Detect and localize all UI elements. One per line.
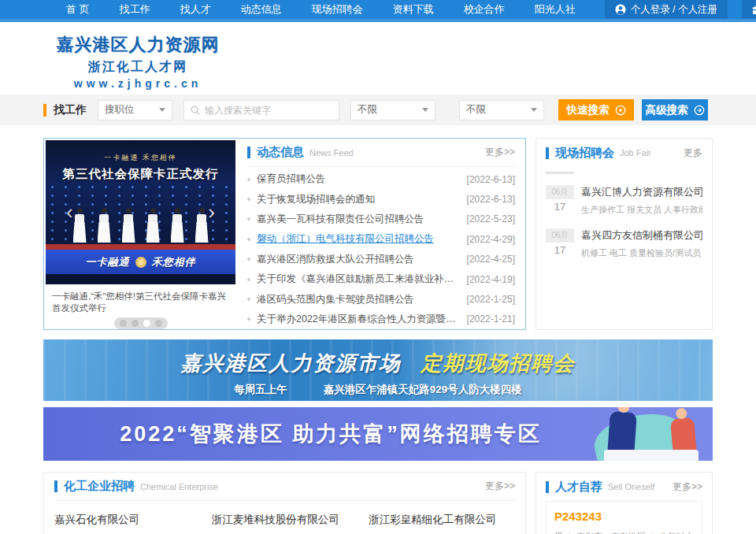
nav-job-fair[interactable]: 现场招聘会 bbox=[297, 2, 378, 17]
online-recruitment-banner[interactable]: 2022“智聚港区 助力共富”网络招聘专区 bbox=[43, 407, 713, 461]
filter-1-value: 不限 bbox=[358, 103, 377, 117]
carousel-dots bbox=[114, 317, 168, 329]
arrow-right-circle-icon bbox=[694, 105, 705, 116]
job-category-select[interactable]: 搜职位 bbox=[98, 100, 172, 121]
slide-tagline: 一卡融通 禾您相伴 bbox=[46, 140, 235, 163]
section-accent-bar bbox=[247, 146, 250, 158]
divider bbox=[546, 172, 574, 174]
banner2-illustration bbox=[576, 407, 702, 461]
quick-search-button[interactable]: 快速搜索 bbox=[558, 99, 634, 121]
news-item[interactable]: 嘉兴港区消防救援大队公开招聘公告[2022-4-25] bbox=[247, 250, 515, 269]
filter-2-value: 不限 bbox=[466, 103, 486, 117]
target-circle-icon bbox=[615, 105, 626, 116]
talent-more-link[interactable]: 更多>> bbox=[673, 480, 702, 494]
chemical-title: 化工企业招聘 bbox=[64, 479, 135, 494]
site-url: www.zjhgrc.cn bbox=[43, 77, 232, 90]
news-section: 一卡融通 禾您相伴 第三代社会保障卡正式发行 一卡融通 禾您 bbox=[43, 138, 526, 330]
filter-select-1[interactable]: 不限 bbox=[350, 100, 435, 121]
news-item-date: [2022-4-29] bbox=[467, 234, 515, 245]
banner1-subtitle: 每周五上午嘉兴港区乍浦镇天妃路929号人防大楼四楼 bbox=[43, 383, 713, 397]
news-more-link[interactable]: 更多>> bbox=[485, 146, 515, 159]
bullet-icon bbox=[247, 278, 250, 281]
banner-script-right: 禾您相伴 bbox=[152, 255, 196, 269]
carousel-prev-button[interactable]: ‹ bbox=[66, 202, 73, 222]
nav-news[interactable]: 动态信息 bbox=[226, 2, 297, 17]
date-day: 17 bbox=[546, 243, 574, 256]
job-fair-more-link[interactable]: 更多 bbox=[684, 146, 702, 160]
news-item[interactable]: 保育员招聘公告[2022-6-13] bbox=[247, 169, 515, 189]
talent-id: P243243 bbox=[554, 510, 694, 523]
nav-downloads[interactable]: 资料下载 bbox=[378, 2, 449, 17]
carousel-dot-active[interactable] bbox=[143, 320, 150, 327]
carousel-dot[interactable] bbox=[132, 320, 139, 327]
filter-select-2[interactable]: 不限 bbox=[459, 100, 544, 121]
job-fair-jobs: 生产操作工 报关文员 人事行政助理... bbox=[581, 204, 702, 216]
site-logo[interactable]: 嘉兴港区人力资源网 浙江化工人才网 www.zjhgrc.cn bbox=[43, 33, 232, 90]
talent-item[interactable]: P243243 男 ｜ 嘉兴市→嘉兴港区 ｜ 八年以上 bbox=[546, 501, 702, 534]
chemical-more-link[interactable]: 更多>> bbox=[485, 480, 515, 493]
company-item[interactable]: 浙江彩皇精细化工有限公司 普工（制造科） 营业担当 bbox=[369, 513, 515, 534]
news-feed-title: 动态信息 bbox=[257, 145, 304, 160]
bullet-icon bbox=[247, 178, 250, 181]
search-input[interactable] bbox=[205, 105, 332, 116]
carousel-dot[interactable] bbox=[155, 320, 162, 327]
nav-school-cooperation[interactable]: 校企合作 bbox=[449, 2, 520, 17]
news-item[interactable]: 关于印发《嘉兴港区鼓励新员工来港就业补助操作...[2022-4-19] bbox=[247, 269, 515, 289]
quick-search-label: 快速搜索 bbox=[567, 103, 610, 117]
date-month: 06月 bbox=[546, 228, 574, 243]
job-fair-info: 嘉兴汇博人力资源有限公司 生产操作工 报关文员 人事行政助理... bbox=[581, 185, 702, 216]
search-bar: 找工作 搜职位 不限 不限 快速搜索 bbox=[0, 95, 756, 125]
company-item[interactable]: 嘉兴石化有限公司 工艺员 设备管理 警卫（残疾工） bbox=[54, 513, 201, 534]
carousel-next-button[interactable]: › bbox=[208, 202, 215, 222]
news-list: 保育员招聘公告[2022-6-13] 关于恢复现场招聘会的通知[2022-6-1… bbox=[247, 167, 515, 329]
job-market-banner[interactable]: 嘉兴港区人力资源市场 定期现场招聘会 每周五上午嘉兴港区乍浦镇天妃路929号人防… bbox=[43, 339, 713, 401]
news-item[interactable]: 港区码头范围内集卡驾驶员招聘公告[2022-1-25] bbox=[247, 289, 515, 309]
talent-detail: 男 ｜ 嘉兴市→嘉兴港区 ｜ 八年以上 bbox=[554, 531, 694, 534]
news-item[interactable]: 嘉兴美一瓦科技有限责任公司招聘公告[2022-5-23] bbox=[247, 210, 515, 229]
carousel-caption[interactable]: 一卡融通,“禾”您相伴!第三代社会保障卡嘉兴首发仪式举行 bbox=[44, 286, 237, 314]
news-item[interactable]: 关于恢复现场招聘会的通知[2022-6-13] bbox=[247, 189, 515, 209]
talent-title: 人才自荐 bbox=[555, 480, 602, 495]
nav-home[interactable]: 首 页 bbox=[51, 2, 105, 17]
section-accent-bar bbox=[546, 147, 549, 159]
news-item[interactable]: 磐动（浙江）电气科技有限公司招聘公告[2022-4-29] bbox=[247, 229, 515, 249]
top-navigation-bar: 首 页 找工作 找人才 动态信息 现场招聘会 资料下载 校企合作 阳光人社 个人… bbox=[0, 0, 756, 22]
talent-header: 人才自荐 Sell Oneself 更多>> bbox=[546, 473, 702, 501]
slide-title: 第三代社会保障卡正式发行 bbox=[46, 166, 235, 183]
news-item-title: 保育员招聘公告 bbox=[257, 172, 459, 186]
advanced-search-button[interactable]: 高级搜索 bbox=[642, 99, 708, 121]
nav-find-job[interactable]: 找工作 bbox=[105, 2, 165, 17]
stage-floor bbox=[46, 244, 235, 250]
talent-panel: 人才自荐 Sell Oneself 更多>> P243243 男 ｜ 嘉兴市→嘉… bbox=[536, 472, 713, 534]
news-item-date: [2022-4-19] bbox=[467, 274, 515, 285]
date-badge: 06月 17 bbox=[546, 228, 574, 259]
nav-sunshine-hr[interactable]: 阳光人社 bbox=[520, 2, 591, 17]
grain-logo-icon bbox=[135, 257, 146, 268]
carousel-dot[interactable] bbox=[120, 320, 127, 327]
personal-login-button[interactable]: 个人登录 / 个人注册 bbox=[605, 0, 728, 19]
carousel-slide[interactable]: 一卡融通 禾您相伴 第三代社会保障卡正式发行 一卡融通 禾您 bbox=[46, 140, 235, 284]
nav-find-talent[interactable]: 找人才 bbox=[165, 2, 226, 17]
news-item-date: [2022-4-25] bbox=[467, 254, 515, 265]
news-item-title: 嘉兴港区消防救援大队公开招聘公告 bbox=[257, 253, 459, 266]
job-fair-item[interactable]: 06月 17 嘉兴四方友信制桶有限公司 机修工 电工 质量检验员/测试员 叉车.… bbox=[546, 228, 702, 259]
carousel: 一卡融通 禾您相伴 第三代社会保障卡正式发行 一卡融通 禾您 bbox=[44, 139, 237, 329]
news-item-date: [2022-6-13] bbox=[467, 194, 515, 205]
job-fair-info: 嘉兴四方友信制桶有限公司 机修工 电工 质量检验员/测试员 叉车... bbox=[581, 228, 702, 259]
accent-bar bbox=[43, 104, 46, 117]
person-figure bbox=[146, 208, 160, 243]
chemical-header: 化工企业招聘 Chemical Enterprise 更多>> bbox=[54, 473, 515, 501]
date-day: 17 bbox=[546, 199, 574, 213]
bullet-icon bbox=[247, 258, 250, 261]
job-fair-item[interactable]: 06月 17 嘉兴汇博人力资源有限公司 生产操作工 报关文员 人事行政助理... bbox=[546, 185, 702, 216]
enterprise-entry-button[interactable]: 企业入口 bbox=[742, 0, 756, 19]
banner1-schedule: 每周五上午 bbox=[234, 384, 287, 395]
banner1-title-yellow: 定期现场招聘会 bbox=[421, 351, 576, 375]
person-figure bbox=[98, 208, 111, 243]
banner-script-left: 一卡融通 bbox=[86, 255, 130, 269]
desk-shape bbox=[604, 450, 699, 461]
company-item[interactable]: 浙江麦堆科技股份有限公司 销售专员 会计 土建主管 bbox=[212, 513, 358, 534]
news-item[interactable]: 关于举办2022年港区新春综合性人力资源暨春风...[2022-1-21] bbox=[247, 310, 515, 329]
person-icon bbox=[615, 4, 626, 15]
chevron-down-icon bbox=[422, 108, 428, 112]
